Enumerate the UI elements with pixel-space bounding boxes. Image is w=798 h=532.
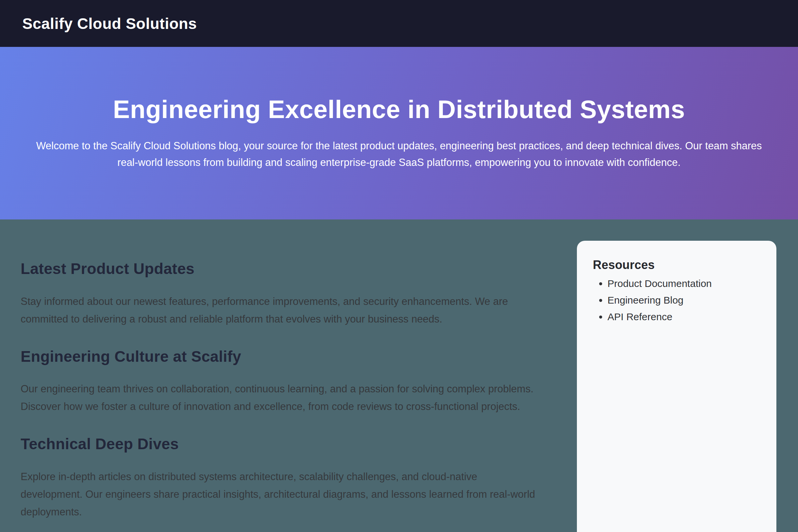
section-heading: Engineering Culture at Scalify [21, 347, 539, 366]
section-heading: Latest Product Updates [21, 259, 539, 279]
content-section: Engineering Culture at Scalify Our engin… [21, 347, 539, 416]
hero-subtitle: Welcome to the Scalify Cloud Solutions b… [28, 138, 770, 171]
brand-logo-text[interactable]: Scalify Cloud Solutions [22, 15, 197, 33]
resources-title: Resources [593, 258, 760, 272]
top-navigation-bar: Scalify Cloud Solutions [0, 0, 798, 47]
resource-link-api-reference[interactable]: API Reference [607, 308, 760, 325]
hero-banner: Engineering Excellence in Distributed Sy… [0, 47, 798, 220]
resource-link-product-documentation[interactable]: Product Documentation [607, 275, 760, 292]
section-body: Explore in-depth articles on distributed… [21, 468, 539, 521]
content-section: Latest Product Updates Stay informed abo… [21, 259, 539, 328]
article-column: Latest Product Updates Stay informed abo… [21, 241, 539, 521]
section-heading: Technical Deep Dives [21, 435, 539, 454]
main-content: Latest Product Updates Stay informed abo… [0, 220, 798, 532]
resource-link-engineering-blog[interactable]: Engineering Blog [607, 292, 760, 308]
resources-card: Resources Product Documentation Engineer… [577, 241, 776, 532]
hero-title: Engineering Excellence in Distributed Sy… [113, 95, 685, 124]
section-body: Stay informed about our newest features,… [21, 292, 539, 328]
content-section: Technical Deep Dives Explore in-depth ar… [21, 435, 539, 521]
section-body: Our engineering team thrives on collabor… [21, 380, 539, 415]
resources-list: Product Documentation Engineering Blog A… [593, 275, 760, 325]
